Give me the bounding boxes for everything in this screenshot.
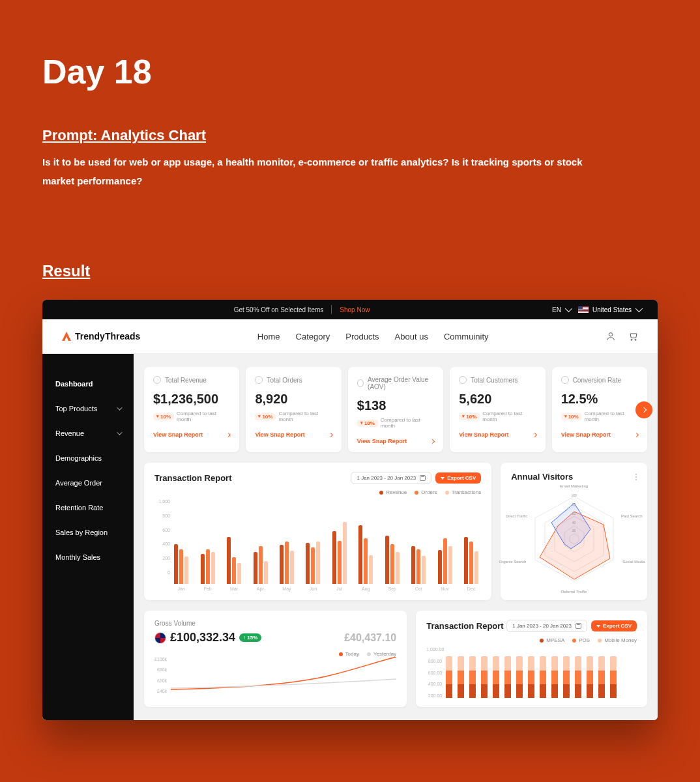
sidebar-item-monthly-sales[interactable]: Monthly Sales [42, 549, 134, 565]
view-report-link[interactable]: View Snap Report [561, 431, 638, 438]
bar-segment [516, 656, 523, 671]
view-report-link[interactable]: View Snap Report [255, 431, 332, 438]
bar [416, 549, 420, 584]
bar [396, 552, 400, 584]
sidebar-item-demographics[interactable]: Demographics [42, 450, 134, 466]
language-selector[interactable]: EN [552, 306, 570, 313]
bar-group [435, 538, 454, 584]
chart-legend: Today Yesterday [154, 651, 396, 657]
y-tick: 800.00 [426, 659, 442, 663]
line-chart: £100k £80k £60k £40k [154, 657, 396, 693]
export-csv-button[interactable]: Export CSV [591, 620, 637, 631]
export-csv-button[interactable]: Export CSV [435, 472, 481, 484]
bar [464, 537, 468, 584]
view-report-link[interactable]: View Snap Report [459, 431, 536, 438]
bar-segment [504, 656, 511, 671]
sidebar-item-revenue[interactable]: Revenue [42, 426, 134, 441]
date-range-picker[interactable]: 1 Jan 2023 - 20 Jan 2023 [351, 472, 431, 484]
card-value: $138 [357, 398, 434, 413]
nav-links: HomeCategoryProductsAbout usCommuinity [257, 332, 489, 341]
bar [285, 542, 289, 584]
gross-value: £100,332.34 [170, 631, 235, 644]
sidebar-item-average-order[interactable]: Average Order [42, 475, 134, 491]
sidebar: DashboardTop ProductsRevenueDemographics… [42, 354, 134, 720]
x-tick: May [277, 586, 297, 591]
bar-segment [481, 684, 488, 698]
bar [338, 541, 342, 584]
language-label: EN [552, 306, 561, 313]
export-label: Export CSV [447, 475, 476, 481]
sidebar-item-top-products[interactable]: Top Products [42, 401, 134, 416]
kpi-card: Total Orders 8,920 10%Compared to last m… [246, 367, 341, 452]
shop-now-link[interactable]: Shop Now [340, 306, 370, 313]
x-tick: Feb [197, 586, 217, 591]
user-icon[interactable] [605, 331, 616, 341]
kpi-card: Average Order Value (AOV) $138 10%Compar… [348, 367, 443, 452]
kpi-cards-row: Total Revenue $1,236,500 10%Compared to … [144, 367, 647, 452]
chevron-down-icon [635, 305, 643, 312]
gross-volume-main: £100,332.34 ↑ 15% [154, 631, 261, 644]
axis-label: Referral Traffic [561, 590, 587, 594]
bar-segment [540, 671, 546, 684]
metric-icon [153, 376, 161, 384]
bar-segment [587, 684, 593, 698]
bar-segment [469, 656, 476, 671]
bar [254, 552, 257, 584]
bar [201, 554, 205, 584]
sidebar-item-sales-by-region[interactable]: Sales by Region [42, 525, 134, 540]
bar-group [277, 542, 297, 584]
compared-label: Compared to last month [585, 411, 638, 422]
country-selector[interactable]: United States [578, 306, 641, 313]
y-tick: 600 [154, 528, 170, 532]
bar-segment [446, 684, 452, 698]
legend-item: Revenue [379, 489, 407, 495]
bar-segment [458, 671, 464, 684]
y-tick: 800 [154, 514, 170, 518]
nav-link[interactable]: About us [395, 332, 428, 341]
view-report-link[interactable]: View Snap Report [153, 431, 230, 438]
transaction-report-panel: Transaction Report 1 Jan 2023 - 20 Jan 2… [144, 463, 491, 600]
bar-group [383, 536, 402, 584]
legend-label: Yesterday [373, 651, 396, 657]
kpi-card: Conversion Rate 12.5% 10%Compared to las… [552, 367, 647, 452]
kebab-menu-icon[interactable] [635, 474, 637, 480]
annual-visitors-panel: Annual Visitors [501, 463, 647, 600]
radar-tick: 60 [572, 512, 576, 515]
legend-item: POS [572, 637, 590, 643]
nav-link[interactable]: Commuinity [444, 332, 489, 341]
x-axis: JanFebMarAprMayJunJulAugSepOctNovDec [154, 586, 481, 591]
brand-logo[interactable]: TrendyThreads [62, 331, 140, 341]
hero-title: Day 18 [42, 52, 658, 91]
scroll-right-button[interactable] [635, 401, 652, 418]
bar-segment [551, 671, 558, 684]
bar-segment [575, 684, 581, 698]
sidebar-item-label: Retention Rate [55, 504, 103, 512]
chart-legend: RevenueOrdersTransactions [154, 489, 481, 495]
y-tick: 0 [154, 570, 170, 575]
delta-badge: 10% [153, 413, 174, 420]
nav-link[interactable]: Category [296, 332, 330, 341]
bar [438, 550, 442, 584]
chevron-right-icon [634, 432, 639, 437]
nav-link[interactable]: Home [257, 332, 280, 341]
chevron-right-icon [430, 439, 435, 443]
chevron-down-icon [565, 305, 572, 312]
x-tick: Oct [409, 586, 428, 591]
sidebar-item-retention-rate[interactable]: Retention Rate [42, 500, 134, 515]
view-report-link[interactable]: View Snap Report [357, 438, 434, 444]
main-nav: TrendyThreads HomeCategoryProductsAbout … [42, 319, 658, 354]
metric-icon [255, 376, 263, 384]
cart-icon[interactable] [628, 331, 638, 341]
nav-link[interactable]: Products [345, 332, 379, 341]
transaction-report-2-panel: Transaction Report 1 Jan 2023 - 20 Jan 2… [416, 611, 647, 707]
bar [385, 536, 389, 584]
kpi-card: Total Revenue $1,236,500 10%Compared to … [144, 367, 239, 452]
charts-row: Transaction Report 1 Jan 2023 - 20 Jan 2… [144, 463, 647, 600]
date-range-picker[interactable]: 1 Jan 2023 - 20 Jan 2023 [506, 620, 587, 632]
sidebar-item-dashboard[interactable]: Dashboard [42, 376, 134, 392]
bar-segment [575, 671, 581, 684]
bar-segment [528, 656, 534, 671]
bar-segment [540, 684, 546, 698]
bar-segment [493, 671, 499, 684]
y-tick: £100k [154, 657, 167, 661]
